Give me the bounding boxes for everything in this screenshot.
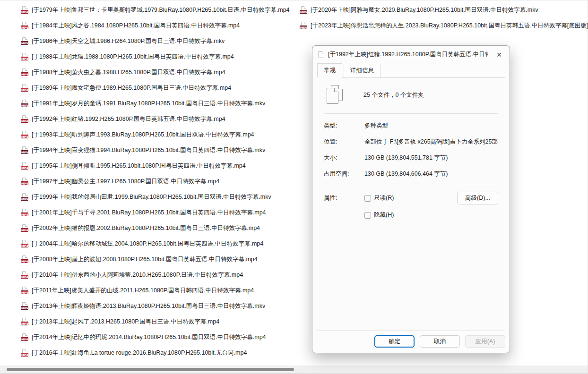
video-file-icon: MP4: [21, 287, 29, 295]
file-row[interactable]: MP4 [于2004年上映]哈尔的移动城堡.2004.1080P.H265.10…: [21, 236, 306, 252]
file-row[interactable]: MKV [于1986年上映]天空之城.1986.H264.1080P.国粤日三语…: [21, 34, 306, 49]
file-row[interactable]: MP4 [于1979年上映]鲁邦三世：卡里奥斯特罗城.1979.BluRay.1…: [21, 2, 306, 18]
cancel-button[interactable]: 取消: [420, 335, 460, 348]
file-type-badge: MP4: [21, 244, 28, 247]
dialog-title: [于1992年上映]红猪.1992.H265.1080P.国粤日英韩五语.中日特…: [328, 51, 488, 59]
file-name: [于2014年上映]记忆中的玛妮.2014.BluRay.1080P.H265.…: [32, 333, 266, 341]
file-name: [于2008年上映]崖上的波妞.2008.1080P.H265.10bit.国粤…: [32, 255, 258, 264]
video-file-icon: MKV: [300, 6, 308, 14]
apply-button[interactable]: 应用(A): [465, 335, 505, 348]
file-row[interactable]: MKV [于2013年上映]辉夜姬物语.2013.BluRay.1080P.H2…: [21, 298, 306, 314]
video-file-icon: MP4: [21, 6, 29, 14]
ok-button[interactable]: 确定: [374, 335, 415, 348]
file-row[interactable]: MP4 [于1984年上映]风之谷.1984.1080P.H265.10bit.…: [21, 18, 306, 34]
video-file-icon: MP4: [21, 53, 29, 61]
file-type-badge: MKV: [21, 306, 28, 310]
file-row[interactable]: MP4 [于1997年上映]幽灵公主.1997.H265.1080P.国日双语.…: [21, 174, 306, 189]
file-row[interactable]: MP4 [于2014年上映]记忆中的玛妮.2014.BluRay.1080P.H…: [21, 330, 306, 345]
video-file-icon: MKV: [21, 146, 29, 154]
file-type-badge: MP4: [21, 228, 28, 232]
field-label: 类型:: [324, 122, 364, 130]
horizontal-scrollbar[interactable]: [0, 366, 588, 374]
video-file-icon: MP4: [21, 255, 29, 264]
file-row[interactable]: MP4 [于2010年上映]借东西的小人阿莉埃蒂.2010.H265.1080P…: [21, 267, 306, 283]
video-file-icon: MP4: [21, 318, 29, 326]
readonly-label: 只读(R): [374, 194, 394, 202]
file-row[interactable]: MP4 [于1988年上映]萤火虫之墓.1988.H265.1080P.国日双语…: [21, 65, 306, 80]
file-row[interactable]: MP4 [于1992年上映]红猪.1992.H265.1080P.国粤日英韩五语…: [21, 111, 306, 127]
separator: [324, 184, 498, 184]
field-value: 130 GB (139,804,606,464 字节): [364, 170, 498, 178]
attributes-row: 属性: 只读(R) 高级(D)...: [324, 192, 498, 204]
video-file-icon: MKV: [21, 193, 29, 201]
file-name: [于1992年上映]红猪.1992.H265.1080P.国粤日英韩五语.中日特…: [32, 115, 225, 123]
file-name: [于1997年上映]幽灵公主.1997.H265.1080P.国日双语.中日特效…: [32, 178, 219, 186]
properties-dialog: [于1992年上映]红猪.1992.H265.1080P.国粤日英韩五语.中日特…: [312, 45, 510, 353]
horizontal-scrollbar-thumb[interactable]: [7, 368, 294, 371]
file-row[interactable]: MP4 [于2011年上映]虞美人盛开的山坡.2011.H265.1080P.国…: [21, 283, 306, 298]
file-name: [于1994年上映]百变狸猫.1994.BluRay.1080P.H265.10…: [32, 146, 265, 154]
readonly-option: 只读(R): [364, 194, 394, 202]
video-file-icon: MKV: [21, 302, 29, 310]
file-name: [于1995年上映]侧耳倾听.1995.H265.10bit.1080P.国粤日…: [32, 162, 246, 170]
file-type-badge: MP4: [21, 259, 28, 263]
file-type-badge: MP4: [21, 275, 28, 279]
file-type-badge: MP4: [21, 72, 28, 76]
file-row[interactable]: MP4 [于2008年上映]崖上的波妞.2008.1080P.H265.10bi…: [21, 252, 306, 267]
video-file-icon: MP4: [21, 68, 29, 76]
dialog-titlebar: [于1992年上映]红猪.1992.H265.1080P.国粤日英韩五语.中日特…: [312, 46, 510, 63]
field-label: 占用空间:: [324, 170, 364, 178]
separator: [324, 113, 498, 114]
file-type-badge: MP4: [21, 290, 28, 294]
file-name: [于1984年上映]风之谷.1984.1080P.H265.10bit.国粤日英…: [32, 22, 240, 30]
file-row[interactable]: MP4 [于1995年上映]侧耳倾听.1995.H265.10bit.1080P…: [21, 158, 306, 174]
video-file-icon: MP4: [21, 224, 29, 232]
field-row-size-on-disk: 占用空间: 130 GB (139,804,606,464 字节): [324, 170, 498, 178]
file-row[interactable]: MKV [于1999年上映]我的邻居山田君.1999.BluRay.1080P.…: [21, 189, 306, 205]
file-row[interactable]: MP4 [于1989年上映]魔女宅急便.1989.H265.1080P.国粤日三…: [21, 80, 306, 96]
hidden-label: 隐藏(H): [374, 211, 394, 219]
video-file-icon: MP4: [21, 271, 29, 279]
dialog-footer: 确定 取消 应用(A): [312, 331, 510, 353]
file-row[interactable]: MP4 [于2002年上映]猫的报恩.2002.BluRay.1080P.H26…: [21, 221, 306, 236]
file-name: [于2010年上映]借东西的小人阿莉埃蒂.2010.H265.1080P.日语.…: [32, 271, 243, 279]
file-name: [于1993年上映]听到涛声.1993.BluRay.1080P.H265.10…: [32, 131, 254, 139]
field-value: 多种类型: [364, 122, 498, 130]
file-row[interactable]: MP4 [于2013年上映]起风了.2013.H265.1080P.国粤日三语.…: [21, 314, 306, 330]
selection-summary-text: 25 个文件，0 个文件夹: [363, 91, 424, 99]
tab-general[interactable]: 常规: [317, 63, 342, 78]
file-name: [于1989年上映]魔女宅急便.1989.H265.1080P.国粤日三语.中日…: [32, 84, 231, 92]
advanced-button[interactable]: 高级(D)...: [457, 192, 498, 204]
file-row[interactable]: MKV [于1991年上映]岁月的童话.1991.BluRay.1080P.H2…: [21, 96, 306, 111]
hidden-checkbox[interactable]: [364, 212, 371, 219]
file-type-badge: MP4: [21, 166, 28, 170]
file-name: [于1991年上映]岁月的童话.1991.BluRay.1080P.H265.1…: [32, 100, 265, 108]
file-row[interactable]: MP4 [于1993年上映]听到涛声.1993.BluRay.1080P.H26…: [21, 127, 306, 143]
file-row[interactable]: MP4 [于1988年上映]龙猫.1988.1080P.H265.10bit.国…: [21, 49, 306, 65]
video-file-icon: MP4: [21, 162, 29, 170]
tab-details[interactable]: 详细信息: [344, 64, 380, 78]
file-type-badge: MKV: [21, 197, 28, 201]
file-name: [于2002年上映]猫的报恩.2002.BluRay.1080P.H265.10…: [32, 224, 260, 232]
general-tab-page: 25 个文件，0 个文件夹 类型: 多种类型 位置: 全部位于 F:\[多音轨 …: [317, 77, 505, 331]
file-type-badge: MP4: [21, 135, 28, 138]
hidden-option: 隐藏(H): [364, 211, 498, 219]
file-row[interactable]: MP4 [于2001年上映]千与千寻.2001.BluRay.1080P.H26…: [21, 205, 306, 221]
file-name: [于1988年上映]龙猫.1988.1080P.H265.10bit.国粤日英四…: [32, 53, 234, 61]
file-row[interactable]: MKV [于2020年上映]阿雅与魔女.2020.BluRay.1080P.H2…: [300, 2, 588, 18]
video-file-icon: MP4: [21, 84, 29, 92]
video-file-icon: MP4: [21, 131, 29, 139]
close-icon[interactable]: ✕: [492, 49, 507, 61]
video-file-icon: MKV: [300, 22, 308, 30]
file-row[interactable]: MKV [于2023年上映]你想活出怎样的人生.2023.BluRay.1080…: [300, 18, 588, 34]
file-row[interactable]: MP4 [于2016年上映]红海龟.La tortue rouge.2016.B…: [21, 345, 306, 361]
file-row[interactable]: MKV [于1994年上映]百变狸猫.1994.BluRay.1080P.H26…: [21, 143, 306, 158]
file-list-left-column: MP4 [于1979年上映]鲁邦三世：卡里奥斯特罗城.1979.BluRay.1…: [21, 2, 306, 361]
video-file-icon: MP4: [21, 115, 29, 123]
video-file-icon: MP4: [21, 240, 29, 248]
file-type-badge: MP4: [21, 119, 28, 123]
readonly-checkbox[interactable]: [364, 195, 371, 202]
field-value: 130 GB (139,804,551,781 字节): [364, 154, 498, 162]
file-name: [于2016年上映]红海龟.La tortue rouge.2016.BluRa…: [32, 349, 247, 357]
field-label: 大小:: [324, 154, 364, 162]
